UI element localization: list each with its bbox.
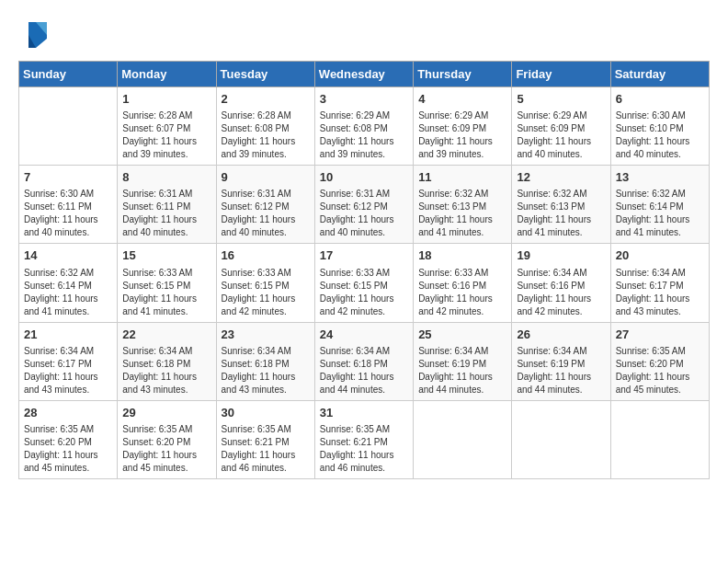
day-number: 31: [320, 405, 408, 421]
day-info: Sunrise: 6:34 AMSunset: 6:17 PMDaylight:…: [616, 267, 704, 318]
day-info: Sunrise: 6:30 AMSunset: 6:11 PMDaylight:…: [24, 188, 112, 239]
calendar-cell: 27Sunrise: 6:35 AMSunset: 6:20 PMDayligh…: [610, 322, 709, 400]
day-info: Sunrise: 6:33 AMSunset: 6:16 PMDaylight:…: [418, 267, 506, 318]
day-number: 30: [222, 405, 310, 421]
calendar-cell: 28Sunrise: 6:35 AMSunset: 6:20 PMDayligh…: [19, 400, 118, 478]
day-info: Sunrise: 6:34 AMSunset: 6:19 PMDaylight:…: [418, 345, 506, 396]
day-number: 21: [24, 327, 112, 343]
calendar-week-5: 28Sunrise: 6:35 AMSunset: 6:20 PMDayligh…: [19, 400, 710, 478]
day-number: 24: [320, 327, 408, 343]
day-number: 15: [122, 247, 210, 264]
day-info: Sunrise: 6:34 AMSunset: 6:18 PMDaylight:…: [222, 345, 310, 396]
calendar-cell: 11Sunrise: 6:32 AMSunset: 6:13 PMDayligh…: [414, 166, 512, 244]
day-info: Sunrise: 6:31 AMSunset: 6:11 PMDaylight:…: [122, 188, 210, 239]
calendar-cell: 3Sunrise: 6:29 AMSunset: 6:08 PMDaylight…: [314, 87, 413, 166]
weekday-header-thursday: Thursday: [414, 62, 512, 87]
calendar-cell: 26Sunrise: 6:34 AMSunset: 6:19 PMDayligh…: [512, 322, 610, 400]
weekday-header-row: SundayMondayTuesdayWednesdayThursdayFrid…: [19, 62, 710, 87]
calendar-cell: [414, 400, 512, 478]
day-info: Sunrise: 6:33 AMSunset: 6:15 PMDaylight:…: [222, 267, 310, 318]
day-number: 12: [517, 169, 605, 186]
weekday-header-wednesday: Wednesday: [314, 62, 413, 87]
weekday-header-saturday: Saturday: [610, 62, 709, 87]
calendar-cell: 14Sunrise: 6:32 AMSunset: 6:14 PMDayligh…: [19, 244, 118, 322]
day-number: 19: [517, 247, 605, 264]
day-number: 10: [320, 169, 408, 186]
calendar-cell: 30Sunrise: 6:35 AMSunset: 6:21 PMDayligh…: [216, 400, 314, 478]
calendar-cell: [512, 400, 610, 478]
calendar-cell: 20Sunrise: 6:34 AMSunset: 6:17 PMDayligh…: [610, 244, 709, 322]
day-info: Sunrise: 6:29 AMSunset: 6:09 PMDaylight:…: [418, 109, 506, 161]
calendar-cell: 23Sunrise: 6:34 AMSunset: 6:18 PMDayligh…: [216, 322, 314, 400]
weekday-header-tuesday: Tuesday: [216, 62, 314, 87]
day-number: 28: [24, 405, 112, 421]
day-number: 23: [222, 327, 310, 343]
calendar-cell: [19, 87, 118, 166]
day-info: Sunrise: 6:31 AMSunset: 6:12 PMDaylight:…: [222, 188, 310, 239]
day-number: 14: [24, 247, 112, 264]
calendar-cell: 9Sunrise: 6:31 AMSunset: 6:12 PMDaylight…: [216, 166, 314, 244]
day-info: Sunrise: 6:35 AMSunset: 6:20 PMDaylight:…: [122, 423, 210, 475]
day-number: 2: [222, 91, 310, 108]
day-info: Sunrise: 6:32 AMSunset: 6:13 PMDaylight:…: [418, 188, 506, 239]
day-info: Sunrise: 6:34 AMSunset: 6:16 PMDaylight:…: [517, 267, 605, 318]
calendar-cell: 4Sunrise: 6:29 AMSunset: 6:09 PMDaylight…: [414, 87, 512, 166]
day-info: Sunrise: 6:30 AMSunset: 6:10 PMDaylight:…: [616, 109, 704, 161]
calendar-cell: 8Sunrise: 6:31 AMSunset: 6:11 PMDaylight…: [118, 166, 216, 244]
calendar-cell: 12Sunrise: 6:32 AMSunset: 6:13 PMDayligh…: [512, 166, 610, 244]
weekday-header-friday: Friday: [512, 62, 610, 87]
day-number: 6: [616, 91, 704, 108]
day-info: Sunrise: 6:34 AMSunset: 6:19 PMDaylight:…: [517, 345, 605, 396]
day-info: Sunrise: 6:28 AMSunset: 6:08 PMDaylight:…: [222, 109, 310, 161]
day-info: Sunrise: 6:35 AMSunset: 6:21 PMDaylight:…: [320, 423, 408, 475]
day-number: 11: [418, 169, 506, 186]
day-number: 9: [222, 169, 310, 186]
day-info: Sunrise: 6:28 AMSunset: 6:07 PMDaylight:…: [122, 109, 210, 161]
day-number: 27: [616, 327, 704, 343]
day-number: 29: [122, 405, 210, 421]
calendar-cell: 31Sunrise: 6:35 AMSunset: 6:21 PMDayligh…: [314, 400, 413, 478]
calendar-cell: 16Sunrise: 6:33 AMSunset: 6:15 PMDayligh…: [216, 244, 314, 322]
calendar-cell: 19Sunrise: 6:34 AMSunset: 6:16 PMDayligh…: [512, 244, 610, 322]
day-number: 13: [616, 169, 704, 186]
day-number: 17: [320, 247, 408, 264]
day-info: Sunrise: 6:35 AMSunset: 6:20 PMDaylight:…: [616, 345, 704, 396]
calendar-cell: [610, 400, 709, 478]
calendar-cell: 21Sunrise: 6:34 AMSunset: 6:17 PMDayligh…: [19, 322, 118, 400]
day-number: 26: [517, 327, 605, 343]
day-info: Sunrise: 6:32 AMSunset: 6:14 PMDaylight:…: [616, 188, 704, 239]
day-number: 1: [122, 91, 210, 108]
calendar-week-2: 7Sunrise: 6:30 AMSunset: 6:11 PMDaylight…: [19, 166, 710, 244]
calendar-table: SundayMondayTuesdayWednesdayThursdayFrid…: [18, 61, 710, 479]
calendar-week-4: 21Sunrise: 6:34 AMSunset: 6:17 PMDayligh…: [19, 322, 710, 400]
day-number: 20: [616, 247, 704, 264]
day-number: 3: [320, 91, 408, 108]
calendar-cell: 1Sunrise: 6:28 AMSunset: 6:07 PMDaylight…: [118, 87, 216, 166]
weekday-header-sunday: Sunday: [19, 62, 118, 87]
day-number: 8: [122, 169, 210, 186]
logo-icon: [21, 18, 51, 52]
day-info: Sunrise: 6:33 AMSunset: 6:15 PMDaylight:…: [320, 267, 408, 318]
calendar-cell: 24Sunrise: 6:34 AMSunset: 6:18 PMDayligh…: [314, 322, 413, 400]
logo: [18, 18, 51, 52]
calendar-cell: 18Sunrise: 6:33 AMSunset: 6:16 PMDayligh…: [414, 244, 512, 322]
calendar-cell: 13Sunrise: 6:32 AMSunset: 6:14 PMDayligh…: [610, 166, 709, 244]
calendar-cell: 2Sunrise: 6:28 AMSunset: 6:08 PMDaylight…: [216, 87, 314, 166]
calendar-cell: 17Sunrise: 6:33 AMSunset: 6:15 PMDayligh…: [314, 244, 413, 322]
day-info: Sunrise: 6:29 AMSunset: 6:09 PMDaylight:…: [517, 109, 605, 161]
day-number: 18: [418, 247, 506, 264]
page-header: [18, 18, 710, 52]
day-number: 25: [418, 327, 506, 343]
day-number: 22: [122, 327, 210, 343]
day-number: 5: [517, 91, 605, 108]
day-info: Sunrise: 6:31 AMSunset: 6:12 PMDaylight:…: [320, 188, 408, 239]
day-info: Sunrise: 6:34 AMSunset: 6:18 PMDaylight:…: [122, 345, 210, 396]
day-info: Sunrise: 6:34 AMSunset: 6:18 PMDaylight:…: [320, 345, 408, 396]
day-number: 4: [418, 91, 506, 108]
day-info: Sunrise: 6:33 AMSunset: 6:15 PMDaylight:…: [122, 267, 210, 318]
day-info: Sunrise: 6:29 AMSunset: 6:08 PMDaylight:…: [320, 109, 408, 161]
calendar-cell: 22Sunrise: 6:34 AMSunset: 6:18 PMDayligh…: [118, 322, 216, 400]
day-info: Sunrise: 6:35 AMSunset: 6:21 PMDaylight:…: [222, 423, 310, 475]
calendar-week-3: 14Sunrise: 6:32 AMSunset: 6:14 PMDayligh…: [19, 244, 710, 322]
calendar-cell: 25Sunrise: 6:34 AMSunset: 6:19 PMDayligh…: [414, 322, 512, 400]
